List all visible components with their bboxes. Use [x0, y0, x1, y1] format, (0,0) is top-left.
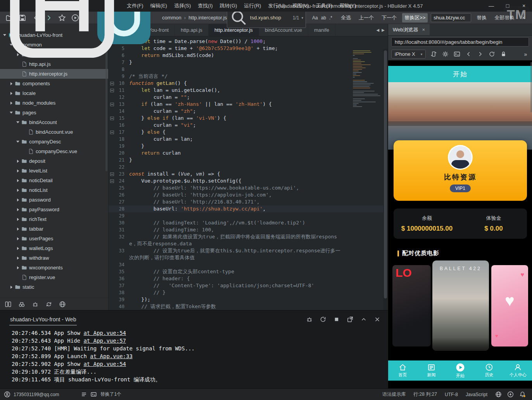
code-line-36[interactable]: 36 // header: {	[109, 275, 388, 282]
preview-scrollbar[interactable]	[530, 62, 532, 112]
bell-icon[interactable]	[519, 391, 526, 398]
more-icon[interactable]: »	[522, 51, 529, 57]
code-line-39[interactable]: 39 });	[109, 296, 388, 303]
tree-item-levelList[interactable]: levelList	[0, 166, 108, 176]
collapse-icon[interactable]	[360, 316, 367, 323]
resource-card[interactable]: 比特资源 VIP1	[394, 140, 527, 201]
app-tab-个人中心[interactable]: 个人中心	[504, 360, 532, 381]
tree-item-richText[interactable]: richText	[0, 214, 108, 224]
code-line-20[interactable]: 20 return curlan	[109, 150, 388, 157]
language-mode[interactable]: JavaScript	[466, 392, 487, 397]
editor-scrollbar[interactable]	[383, 49, 388, 310]
app-tab-开始[interactable]: 开始	[446, 360, 475, 381]
tree-item-userPages[interactable]: userPages	[0, 234, 108, 243]
back-icon[interactable]	[465, 51, 472, 57]
minimize-button[interactable]: —	[483, 0, 499, 12]
fold-marker-icon[interactable]	[110, 179, 114, 183]
select-all-button[interactable]: 全选	[339, 13, 353, 22]
menu-item-2[interactable]: 选择(S)	[171, 0, 194, 12]
code-line-25[interactable]: 25 // baseUrl: 'https://www.bookatable-u…	[109, 184, 388, 191]
replace-button[interactable]: 替换	[474, 13, 489, 22]
code-line-21[interactable]: 21}	[109, 157, 388, 164]
code-line-24[interactable]: 24 Vue.prototype.$u.http.setConfig({	[109, 178, 388, 184]
minimap[interactable]	[353, 50, 382, 108]
tree-item-components[interactable]: components	[0, 79, 108, 88]
fold-marker-icon[interactable]	[110, 103, 114, 106]
tree-item-companyDesc[interactable]: companyDesc	[0, 137, 108, 147]
code-line-30[interactable]: 30 // loadingText: 'Loading',//vm.$t('lo…	[109, 219, 388, 226]
forward-icon[interactable]	[477, 51, 484, 57]
tree-item-payPassword[interactable]: payPassword	[0, 205, 108, 214]
fold-marker-icon[interactable]	[110, 172, 114, 176]
menu-item-3[interactable]: 查找(I)	[194, 0, 216, 12]
code-line-8[interactable]: 8	[109, 66, 388, 73]
source-link[interactable]: at App.vue:54	[83, 361, 126, 367]
code-line-11[interactable]: 11 let lan = uni.getLocale(),	[109, 87, 388, 94]
tab-scroll-right-icon[interactable]: ▶	[382, 28, 385, 32]
code-line-23[interactable]: 23const install = (Vue, vm) => {	[109, 171, 388, 178]
app-tab-新闻[interactable]: 新闻	[417, 360, 446, 381]
restart-icon[interactable]	[320, 316, 326, 323]
menu-item-0[interactable]: 文件(F)	[123, 0, 147, 12]
source-link[interactable]: at App.vue:57	[83, 338, 126, 344]
code-line-19[interactable]: 19 }	[109, 143, 388, 150]
code-line-32[interactable]: 32 // 如果将此值设置为true，拦截回调中将会返回服务端返回的所有数据re…	[109, 233, 388, 247]
code-line-38[interactable]: 38 // }	[109, 289, 388, 296]
search-option-0[interactable]: Aa	[311, 15, 320, 21]
code-line-37[interactable]: 37 // 'Content-Type': 'application/json;…	[109, 282, 388, 289]
movie-card-2[interactable]: ♥♥♥	[491, 265, 528, 347]
download-icon[interactable]	[507, 391, 514, 398]
close-search-button[interactable]: ×	[520, 14, 527, 21]
url-input[interactable]	[391, 37, 529, 47]
account-email[interactable]: 1735031199@qq.com	[14, 392, 59, 397]
gear-icon[interactable]	[442, 51, 449, 57]
tree-item-password[interactable]: password	[0, 195, 108, 205]
console-tab[interactable]: shuadan-LvYou-front - Web	[9, 314, 77, 326]
close-button[interactable]: ×	[516, 0, 532, 12]
replace-all-button[interactable]: 全部替换	[492, 13, 517, 22]
close-console-icon[interactable]	[374, 316, 381, 323]
tree-item-noticList[interactable]: noticList	[0, 185, 108, 195]
debug-icon[interactable]	[306, 316, 313, 323]
search-input[interactable]	[250, 15, 290, 21]
detach-icon[interactable]	[347, 316, 354, 323]
next-button[interactable]: 下一个	[379, 13, 399, 22]
code-line-26[interactable]: 26 // baseUrl: 'https://applovin-job.com…	[109, 191, 388, 198]
code-line-22[interactable]: 22	[109, 164, 388, 171]
sync-icon[interactable]	[45, 301, 52, 308]
app-tab-历史[interactable]: 历史	[475, 360, 503, 381]
tree-item-withdraw[interactable]: withdraw	[0, 253, 108, 263]
tree-item-deposit[interactable]: deposit	[0, 156, 108, 166]
fold-marker-icon[interactable]	[110, 131, 114, 134]
app-tab-首页[interactable]: 首页	[388, 360, 417, 381]
find-icon[interactable]	[18, 301, 25, 308]
tree-item-http.interceptor.js[interactable]: http.interceptor.js	[0, 69, 108, 79]
cursor-position[interactable]: 行:28 列:27	[413, 391, 437, 398]
maximize-button[interactable]: □	[499, 0, 516, 12]
code-area[interactable]: 4 let time = Date.parse(new Date()) / 10…	[109, 36, 388, 310]
tree-item-bindAccount[interactable]: bindAccount	[0, 117, 108, 127]
code-line-18[interactable]: 18 curlan = lan;	[109, 136, 388, 143]
code-line-12[interactable]: 12 curlan = "";	[109, 94, 388, 101]
debug-icon[interactable]	[32, 301, 39, 308]
tree-item-node_modules[interactable]: node_modules	[0, 98, 108, 108]
prev-button[interactable]: 上一个	[356, 13, 376, 22]
syntax-lib[interactable]: 语法提示库	[382, 391, 406, 398]
tab-scroll-left-icon[interactable]: ◀	[377, 28, 380, 32]
search-option-2[interactable]: .*	[328, 15, 334, 21]
fold-marker-icon[interactable]	[110, 117, 114, 120]
tree-item-walletLogs[interactable]: walletLogs	[0, 243, 108, 253]
terminal-icon[interactable]	[454, 51, 460, 57]
search-option-1[interactable]: ab	[320, 15, 328, 21]
user-account-icon[interactable]	[4, 391, 10, 398]
replace-input[interactable]	[431, 13, 471, 22]
tree-item-wxcomponents[interactable]: wxcomponents	[0, 263, 108, 272]
code-line-35[interactable]: 35 // 设置自定义头部content-type	[109, 268, 388, 275]
tree-item-register.vue[interactable]: register.vue	[0, 272, 108, 282]
tree-item-tabbar[interactable]: tabbar	[0, 224, 108, 234]
device-select[interactable]: iPhone X ▾	[391, 50, 426, 59]
encoding[interactable]: UTF-8	[445, 392, 458, 397]
refresh-icon[interactable]	[489, 51, 495, 57]
source-link[interactable]: at App.vue:33	[90, 353, 133, 359]
stop-icon[interactable]	[333, 316, 340, 323]
